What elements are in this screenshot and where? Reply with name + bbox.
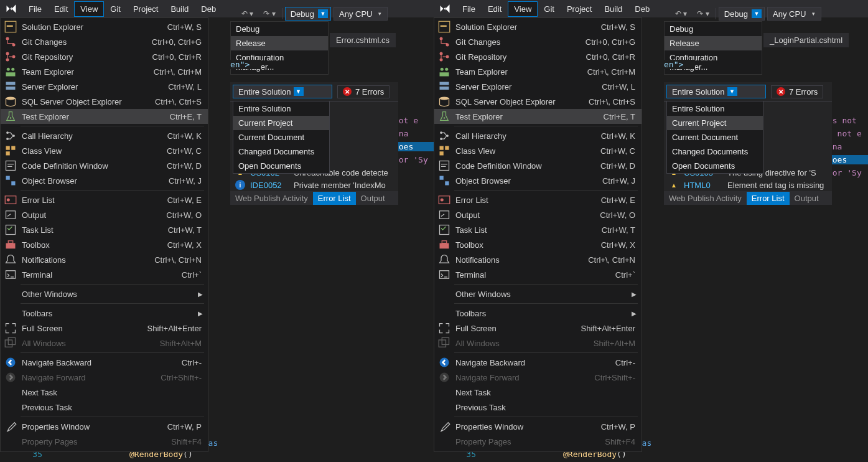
config-option-release[interactable]: Release xyxy=(231,36,328,50)
menubar-edit[interactable]: Edit xyxy=(482,1,508,17)
bottom-tab-error-list[interactable]: Error List xyxy=(747,192,790,205)
menu-item-toolbars[interactable]: Toolbars▶ xyxy=(1,306,208,321)
scope-option-open-documents[interactable]: Open Documents xyxy=(233,159,329,173)
menu-item-call-hierarchy[interactable]: Call HierarchyCtrl+W, K xyxy=(1,128,208,143)
menu-item-label: Properties Window xyxy=(22,422,159,431)
menubar-deb[interactable]: Deb xyxy=(628,1,656,17)
menu-item-navigate-backward[interactable]: Navigate BackwardCtrl+- xyxy=(1,355,208,370)
menu-item-properties-window[interactable]: Properties WindowCtrl+W, P xyxy=(1,419,208,434)
menu-item-output[interactable]: OutputCtrl+W, O xyxy=(1,207,208,222)
menu-item-full-screen[interactable]: Full ScreenShift+Alt+Enter xyxy=(434,321,642,336)
editor-tab[interactable]: _LoginPartial.cshtml xyxy=(763,32,849,47)
config-option-release[interactable]: Release xyxy=(665,36,762,50)
editor-tab[interactable]: Error.cshtml.cs xyxy=(330,32,396,47)
menubar-git[interactable]: Git xyxy=(538,1,561,17)
menu-item-test-explorer[interactable]: Test ExplorerCtrl+E, T xyxy=(434,109,642,124)
scope-option-open-documents[interactable]: Open Documents xyxy=(667,159,763,173)
menubar-file[interactable]: File xyxy=(456,1,482,17)
menu-item-call-hierarchy[interactable]: Call HierarchyCtrl+W, K xyxy=(434,128,642,143)
bottom-tab-error-list[interactable]: Error List xyxy=(313,192,356,205)
menu-item-team-explorer[interactable]: Team ExplorerCtrl+\, Ctrl+M xyxy=(434,64,642,79)
error-row[interactable]: ▲HTML0Element end tag is missing xyxy=(664,179,832,191)
view-menu-dropdown: Solution ExplorerCtrl+W, SGit ChangesCtr… xyxy=(0,17,208,452)
menubar-view[interactable]: View xyxy=(508,1,538,17)
redo-button[interactable]: ↷ ▾ xyxy=(693,7,712,21)
menu-item-git-repository[interactable]: Git RepositoryCtrl+0, Ctrl+R xyxy=(1,49,208,64)
menu-item-notifications[interactable]: NotificationsCtrl+\, Ctrl+N xyxy=(1,252,208,267)
config-option-debug[interactable]: Debug xyxy=(665,22,762,36)
errors-count-badge[interactable]: ✕7 Errors xyxy=(337,85,390,98)
menubar-file[interactable]: File xyxy=(22,1,48,17)
menu-item-next-task[interactable]: Next Task xyxy=(434,385,642,400)
config-combo[interactable]: Debug▼ xyxy=(719,7,765,21)
menu-item-terminal[interactable]: TerminalCtrl+` xyxy=(1,267,208,282)
menu-item-git-changes[interactable]: Git ChangesCtrl+0, Ctrl+G xyxy=(434,34,642,49)
scope-option-changed-documents[interactable]: Changed Documents xyxy=(667,144,763,159)
menu-item-git-changes[interactable]: Git ChangesCtrl+0, Ctrl+G xyxy=(1,34,208,49)
menubar-project[interactable]: Project xyxy=(561,1,598,17)
menubar-project[interactable]: Project xyxy=(127,1,164,17)
menu-item-solution-explorer[interactable]: Solution ExplorerCtrl+W, S xyxy=(434,19,642,34)
scope-option-changed-documents[interactable]: Changed Documents xyxy=(233,144,329,159)
platform-combo[interactable]: Any CPU▾ xyxy=(334,7,388,21)
menu-item-previous-task[interactable]: Previous Task xyxy=(1,400,208,415)
undo-button[interactable]: ↶ ▾ xyxy=(238,7,257,21)
menu-item-task-list[interactable]: Task ListCtrl+W, T xyxy=(1,222,208,237)
menu-item-error-list[interactable]: Error ListCtrl+W, E xyxy=(434,192,642,207)
redo-button[interactable]: ↷ ▾ xyxy=(259,7,279,21)
platform-combo[interactable]: Any CPU▾ xyxy=(767,7,821,21)
menu-item-git-repository[interactable]: Git RepositoryCtrl+0, Ctrl+R xyxy=(434,49,642,64)
scope-option-entire-solution[interactable]: Entire Solution xyxy=(233,101,329,116)
menu-item-test-explorer[interactable]: Test ExplorerCtrl+E, T xyxy=(1,109,208,124)
bottom-tab-web-publish-activity[interactable]: Web Publish Activity xyxy=(230,192,313,205)
menu-item-object-browser[interactable]: Object BrowserCtrl+W, J xyxy=(434,173,642,188)
menu-item-code-definition-window[interactable]: Code Definition WindowCtrl+W, D xyxy=(1,158,208,173)
menu-item-other-windows[interactable]: Other Windows▶ xyxy=(434,286,642,301)
menu-item-output[interactable]: OutputCtrl+W, O xyxy=(434,207,642,222)
menu-item-properties-window[interactable]: Properties WindowCtrl+W, P xyxy=(434,419,642,434)
menu-item-toolbars[interactable]: Toolbars▶ xyxy=(434,306,642,321)
bottom-tab-web-publish-activity[interactable]: Web Publish Activity xyxy=(664,192,747,205)
scope-option-current-document[interactable]: Current Document xyxy=(667,130,763,144)
menu-item-previous-task[interactable]: Previous Task xyxy=(434,400,642,415)
menu-item-solution-explorer[interactable]: Solution ExplorerCtrl+W, S xyxy=(1,19,208,34)
menubar-build[interactable]: Build xyxy=(164,1,195,17)
menu-item-notifications[interactable]: NotificationsCtrl+\, Ctrl+N xyxy=(434,252,642,267)
menu-item-sql-server-object-explorer[interactable]: SQL Server Object ExplorerCtrl+\, Ctrl+S xyxy=(1,94,208,109)
scope-option-current-project[interactable]: Current Project xyxy=(233,116,329,130)
menubar-build[interactable]: Build xyxy=(598,1,628,17)
errors-count-badge[interactable]: ✕7 Errors xyxy=(771,85,823,98)
config-combo[interactable]: Debug▼ xyxy=(285,7,331,21)
menu-item-toolbox[interactable]: ToolboxCtrl+W, X xyxy=(1,237,208,252)
menubar-git[interactable]: Git xyxy=(104,1,127,17)
menubar-edit[interactable]: Edit xyxy=(48,1,74,17)
menu-item-class-view[interactable]: Class ViewCtrl+W, C xyxy=(1,143,208,158)
menu-item-object-browser[interactable]: Object BrowserCtrl+W, J xyxy=(1,173,208,188)
menu-item-error-list[interactable]: Error ListCtrl+W, E xyxy=(1,192,208,207)
menu-item-toolbox[interactable]: ToolboxCtrl+W, X xyxy=(434,237,642,252)
scope-combo[interactable]: Entire Solution▼ xyxy=(233,85,332,98)
menu-item-next-task[interactable]: Next Task xyxy=(1,385,208,400)
scope-combo[interactable]: Entire Solution▼ xyxy=(666,85,766,98)
scope-option-current-project[interactable]: Current Project xyxy=(667,116,763,130)
menu-item-full-screen[interactable]: Full ScreenShift+Alt+Enter xyxy=(1,321,208,336)
menu-item-task-list[interactable]: Task ListCtrl+W, T xyxy=(434,222,642,237)
bottom-tab-output[interactable]: Output xyxy=(790,192,824,205)
undo-button[interactable]: ↶ ▾ xyxy=(671,7,691,21)
config-option-debug[interactable]: Debug xyxy=(231,22,328,36)
bottom-tab-output[interactable]: Output xyxy=(356,192,390,205)
scope-option-current-document[interactable]: Current Document xyxy=(233,130,329,144)
menu-item-navigate-backward[interactable]: Navigate BackwardCtrl+- xyxy=(434,355,642,370)
menubar-view[interactable]: View xyxy=(74,1,104,17)
menu-item-server-explorer[interactable]: Server ExplorerCtrl+W, L xyxy=(1,79,208,94)
menu-item-code-definition-window[interactable]: Code Definition WindowCtrl+W, D xyxy=(434,158,642,173)
menubar-deb[interactable]: Deb xyxy=(195,1,222,17)
menu-item-server-explorer[interactable]: Server ExplorerCtrl+W, L xyxy=(434,79,642,94)
scope-option-entire-solution[interactable]: Entire Solution xyxy=(667,101,763,116)
menu-item-class-view[interactable]: Class ViewCtrl+W, C xyxy=(434,143,642,158)
menu-item-terminal[interactable]: TerminalCtrl+` xyxy=(434,267,642,282)
error-row[interactable]: iIDE0052Private member 'IndexMo xyxy=(230,179,398,191)
menu-item-other-windows[interactable]: Other Windows▶ xyxy=(1,286,208,301)
menu-item-sql-server-object-explorer[interactable]: SQL Server Object ExplorerCtrl+\, Ctrl+S xyxy=(434,94,642,109)
menu-item-team-explorer[interactable]: Team ExplorerCtrl+\, Ctrl+M xyxy=(1,64,208,79)
